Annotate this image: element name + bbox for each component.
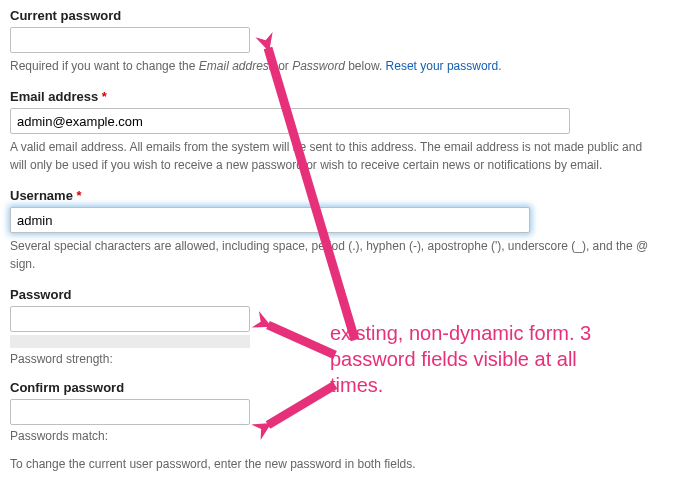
required-marker: * bbox=[102, 89, 107, 104]
password-input[interactable] bbox=[10, 306, 250, 332]
required-marker: * bbox=[77, 188, 82, 203]
username-input[interactable] bbox=[10, 207, 530, 233]
form-item-email: Email address * A valid email address. A… bbox=[10, 89, 668, 174]
email-label: Email address * bbox=[10, 89, 668, 104]
password-label: Password bbox=[10, 287, 668, 302]
reset-password-link[interactable]: Reset your password bbox=[386, 59, 499, 73]
form-item-username: Username * Several special characters ar… bbox=[10, 188, 668, 273]
username-description: Several special characters are allowed, … bbox=[10, 237, 650, 273]
username-label: Username * bbox=[10, 188, 668, 203]
password-change-note: To change the current user password, ent… bbox=[10, 457, 668, 471]
passwords-match-label: Passwords match: bbox=[10, 429, 668, 443]
password-strength-bar bbox=[10, 335, 250, 348]
current-password-label: Current password bbox=[10, 8, 668, 23]
confirm-password-input[interactable] bbox=[10, 399, 250, 425]
annotation-text: existing, non-dynamic form. 3 password f… bbox=[330, 320, 630, 398]
current-password-input[interactable] bbox=[10, 27, 250, 53]
email-description: A valid email address. All emails from t… bbox=[10, 138, 650, 174]
email-input[interactable] bbox=[10, 108, 570, 134]
form-item-current-password: Current password Required if you want to… bbox=[10, 8, 668, 75]
current-password-description: Required if you want to change the Email… bbox=[10, 57, 650, 75]
